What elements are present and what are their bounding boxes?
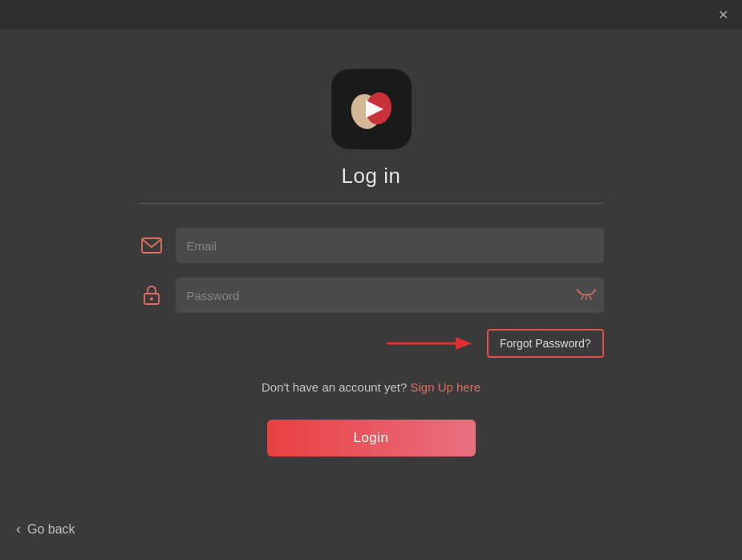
arrow-annotation [379,329,476,358]
forgot-password-button[interactable]: Forgot Password? [487,329,604,358]
app-icon [331,69,412,149]
svg-marker-6 [456,337,472,350]
password-input[interactable] [176,278,604,313]
divider [139,203,604,204]
email-row [139,228,604,263]
forgot-password-row: Forgot Password? [139,329,604,358]
signup-link[interactable]: Sign Up here [410,380,480,394]
email-input[interactable] [176,228,604,263]
lock-icon [139,282,164,308]
password-row [139,278,604,313]
login-form: Forgot Password? Don't have an account y… [139,228,604,457]
svg-rect-3 [142,238,161,253]
page-title: Log in [342,164,401,189]
title-bar: ✕ [0,0,742,29]
signup-text: Don't have an account yet? Sign Up here [139,380,604,394]
login-button[interactable]: Login [267,420,476,457]
main-content: Log in [0,29,742,457]
toggle-password-icon[interactable] [577,287,596,304]
close-button[interactable]: ✕ [712,3,734,26]
go-back-label: Go back [27,522,75,537]
svg-point-5 [150,298,153,301]
chevron-left-icon: ‹ [16,521,21,538]
email-icon [139,233,164,258]
go-back-button[interactable]: ‹ Go back [16,521,75,538]
